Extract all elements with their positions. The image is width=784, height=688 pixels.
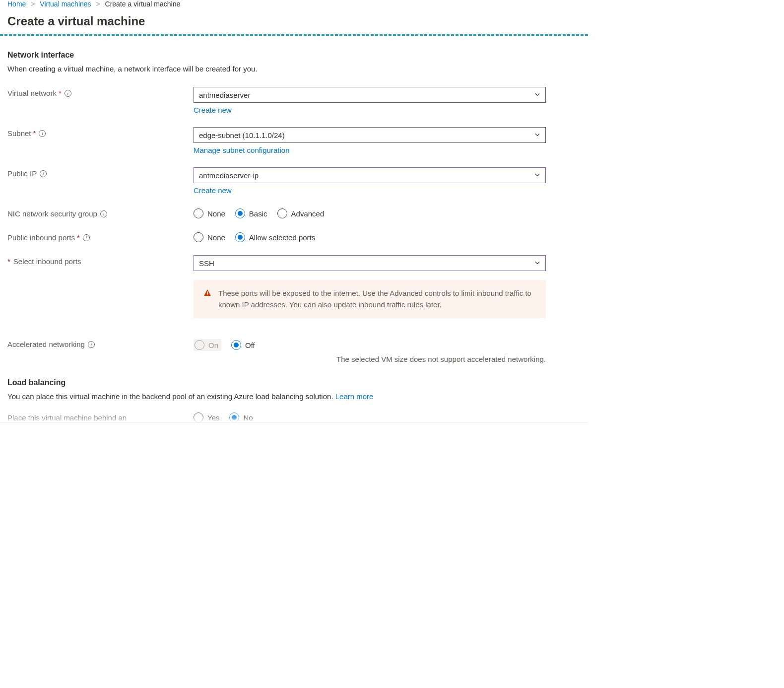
section-lb-desc: You can place this virtual machine in th… bbox=[7, 392, 581, 401]
breadcrumb-sep: > bbox=[96, 0, 100, 8]
inbound-radio-allow[interactable]: Allow selected ports bbox=[235, 232, 315, 242]
label-behind-lb: Place this virtual machine behind an bbox=[7, 412, 194, 422]
warning-text: These ports will be exposed to the inter… bbox=[218, 288, 536, 310]
chevron-down-icon bbox=[534, 171, 540, 180]
nsg-radio-none[interactable]: None bbox=[194, 208, 225, 218]
learn-more-link[interactable]: Learn more bbox=[335, 392, 374, 401]
label-accelerated: Accelerated networking i bbox=[7, 338, 194, 348]
accelerated-radio-off[interactable]: Off bbox=[231, 340, 255, 350]
behind-lb-radio-yes[interactable]: Yes bbox=[194, 413, 219, 422]
info-icon[interactable]: i bbox=[65, 90, 71, 97]
section-load-balancing: Load balancing bbox=[7, 378, 581, 387]
svg-rect-1 bbox=[207, 294, 208, 295]
svg-rect-0 bbox=[207, 291, 208, 294]
chevron-down-icon bbox=[534, 259, 540, 268]
breadcrumb-vms[interactable]: Virtual machines bbox=[40, 0, 91, 8]
behind-lb-radio-group: Yes No bbox=[194, 412, 581, 422]
info-icon[interactable]: i bbox=[88, 341, 95, 348]
info-icon[interactable]: i bbox=[40, 170, 47, 177]
info-icon[interactable]: i bbox=[83, 234, 90, 241]
accelerated-radio-on: On bbox=[194, 339, 221, 351]
inbound-ports-radio-group: None Allow selected ports bbox=[194, 231, 581, 242]
manage-subnet-link[interactable]: Manage subnet configuration bbox=[194, 146, 289, 154]
label-public-ip: Public IP i bbox=[7, 167, 194, 178]
create-new-vnet-link[interactable]: Create new bbox=[194, 106, 232, 114]
nsg-radio-group: None Basic Advanced bbox=[194, 207, 581, 218]
chevron-down-icon bbox=[534, 91, 540, 99]
label-virtual-network: Virtual network * i bbox=[7, 87, 194, 97]
select-inbound-ports[interactable]: SSH bbox=[194, 255, 546, 271]
label-nsg: NIC network security group i bbox=[7, 207, 194, 218]
label-subnet: Subnet * i bbox=[7, 127, 194, 138]
behind-lb-radio-no[interactable]: No bbox=[229, 413, 253, 422]
breadcrumb: Home > Virtual machines > Create a virtu… bbox=[0, 0, 588, 10]
accelerated-help: The selected VM size does not support ac… bbox=[194, 355, 546, 363]
section-network-interface: Network interface bbox=[7, 51, 581, 60]
section-network-desc: When creating a virtual machine, a netwo… bbox=[7, 65, 581, 73]
info-icon[interactable]: i bbox=[100, 210, 107, 217]
warning-icon bbox=[203, 289, 211, 298]
breadcrumb-current: Create a virtual machine bbox=[105, 0, 181, 8]
chevron-down-icon bbox=[534, 131, 540, 139]
create-new-ip-link[interactable]: Create new bbox=[194, 186, 232, 195]
inbound-radio-none[interactable]: None bbox=[194, 232, 225, 242]
label-inbound-ports: Public inbound ports * i bbox=[7, 231, 194, 242]
warning-box: These ports will be exposed to the inter… bbox=[194, 280, 546, 318]
page-title: Create a virtual machine bbox=[0, 10, 588, 36]
subnet-select[interactable]: edge-subnet (10.1.1.0/24) bbox=[194, 127, 546, 143]
label-select-inbound: *Select inbound ports bbox=[7, 255, 194, 266]
breadcrumb-sep: > bbox=[31, 0, 35, 8]
nsg-radio-advanced[interactable]: Advanced bbox=[277, 208, 325, 218]
accelerated-radio-group: On Off bbox=[194, 338, 581, 351]
virtual-network-select[interactable]: antmediaserver bbox=[194, 87, 546, 103]
public-ip-select[interactable]: antmediaserver-ip bbox=[194, 167, 546, 183]
nsg-radio-basic[interactable]: Basic bbox=[235, 208, 267, 218]
breadcrumb-home[interactable]: Home bbox=[7, 0, 26, 8]
info-icon[interactable]: i bbox=[39, 130, 46, 137]
